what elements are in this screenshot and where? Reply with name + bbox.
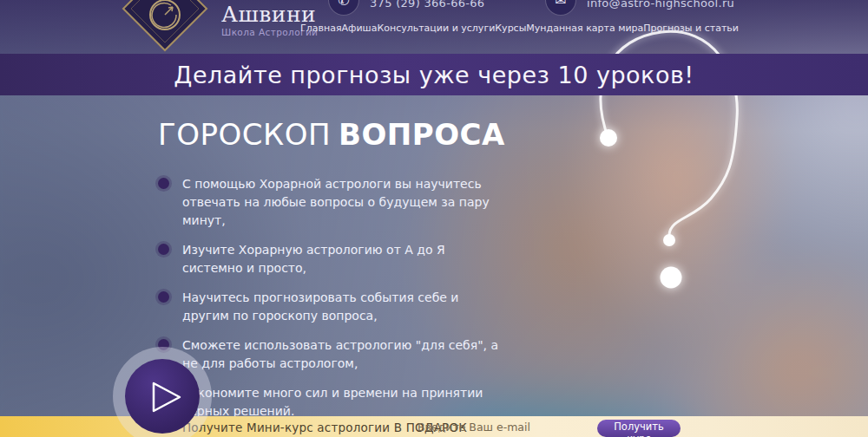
play-icon [151,382,182,413]
nav-item-mundane-map[interactable]: Мунданная карта мира [526,23,643,34]
promo-banner: Делайте прогнозы уже через 10 уроков! [0,54,868,95]
list-item-text: Сможете использовать астрологию "для себ… [182,336,505,373]
promo-banner-text: Делайте прогнозы уже через 10 уроков! [174,62,694,88]
contact-phone: ✆ 375 (29) 366-66-66 [328,0,484,16]
bullet-dot-icon [158,244,169,255]
list-item: Научитесь прогнозировать события себе и … [158,289,505,325]
page-title: ГОРОСКОПВОПРОСА [158,116,505,153]
email-icon: ✉ [545,0,576,16]
page: Ашвини Школа Астрологии ✆ 375 (29) 366-6… [0,0,868,437]
get-course-button[interactable]: Получить курс [597,420,681,437]
nav-item-articles[interactable]: Прогнозы и статьи [643,23,739,34]
phone-number: 375 (29) 366-66-66 [370,0,484,10]
nav-item-home[interactable]: Главная [300,23,342,34]
list-item-text: Научитесь прогнозировать события себе и … [182,289,505,325]
page-title-light: ГОРОСКОП [158,117,331,152]
play-video-button[interactable] [113,347,212,437]
bullet-dot-icon [158,178,169,189]
list-item-text: Изучите Хорарную астрологию от А до Я си… [182,241,505,277]
site-header: Ашвини Школа Астрологии ✆ 375 (29) 366-6… [0,0,868,54]
list-item-text: С помощью Хорарной астрологи вы научитес… [182,175,505,230]
list-item: С помощью Хорарной астрологи вы научитес… [158,175,505,230]
brand-logo[interactable] [122,0,208,52]
nav-item-courses[interactable]: Курсы [495,23,526,34]
brand-logo-icon [122,0,208,52]
contact-email: ✉ info@astro-highschool.ru [545,0,734,16]
list-item-text: Сэкономите много сил и времени на принят… [182,384,505,421]
email-input[interactable] [416,416,541,437]
phone-icon: ✆ [328,0,359,16]
bullet-dot-icon [158,291,169,303]
list-item: Изучите Хорарную астрологию от А до Я си… [158,241,505,277]
nav-item-afisha[interactable]: Афиша [342,23,378,34]
email-address: info@astro-highschool.ru [587,0,734,10]
nav-item-services[interactable]: Консультации и услуги [377,23,495,34]
main-nav: Главная Афиша Консультации и услуги Курс… [300,23,727,34]
page-title-bold: ВОПРОСА [339,117,505,152]
